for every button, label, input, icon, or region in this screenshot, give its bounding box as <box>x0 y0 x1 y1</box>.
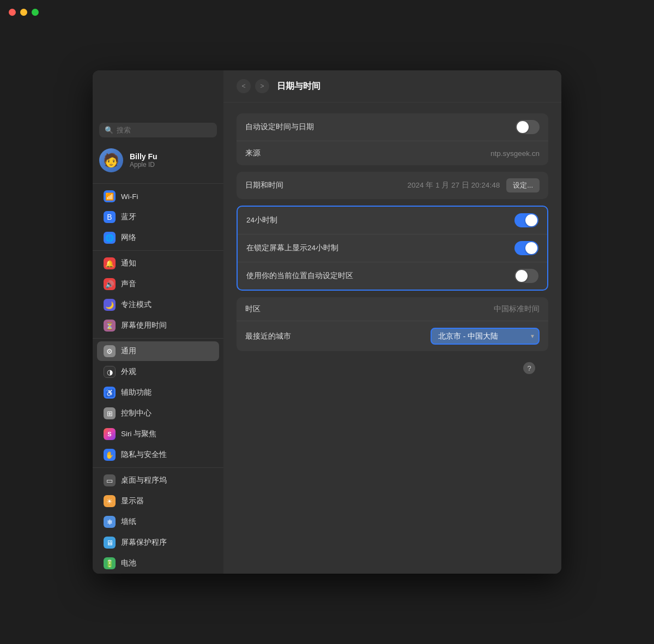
sidebar-item-battery[interactable]: 🔋 电池 <box>97 553 219 573</box>
nearest-city-label: 最接近的城市 <box>245 332 291 341</box>
sidebar-item-siri[interactable]: S Siri 与聚焦 <box>97 424 219 444</box>
set-datetime-button[interactable]: 设定... <box>506 178 540 192</box>
screen-time-icon: ⏳ <box>104 320 116 332</box>
sidebar-item-label: 隐私与安全性 <box>121 450 167 460</box>
search-bar: 🔍 <box>99 123 217 137</box>
wifi-icon: 📶 <box>104 190 116 202</box>
sidebar-item-label: 声音 <box>121 279 136 289</box>
sidebar-item-label: 控制中心 <box>121 408 152 418</box>
sidebar-item-wallpaper[interactable]: ❄ 墙纸 <box>97 512 219 532</box>
user-profile[interactable]: 🧑 Billy Fu Apple ID <box>93 144 223 177</box>
siri-icon: S <box>104 428 116 440</box>
auto-timezone-label: 使用你的当前位置自动设定时区 <box>246 271 353 281</box>
sidebar-item-label: 通知 <box>121 258 136 268</box>
timezone-label: 时区 <box>245 304 261 314</box>
auto-time-row: 自动设定时间与日期 <box>237 113 548 141</box>
sidebar-item-label: 屏幕使用时间 <box>121 321 167 330</box>
sidebar-item-label: 蓝牙 <box>121 212 136 222</box>
network-icon: 🌐 <box>104 232 116 244</box>
sidebar-item-sound[interactable]: 🔊 声音 <box>97 274 219 294</box>
sidebar-item-network[interactable]: 🌐 网络 <box>97 228 219 248</box>
main-header: < > 日期与时间 <box>223 70 561 103</box>
sidebar-item-wifi[interactable]: 📶 Wi-Fi <box>97 186 219 206</box>
sidebar-item-label: 墙纸 <box>121 517 136 527</box>
timezone-value: 中国标准时间 <box>494 304 540 314</box>
search-input[interactable] <box>117 126 211 134</box>
datetime-group: 日期和时间 2024 年 1 月 27 日 20:24:48 设定... <box>237 172 548 199</box>
sidebar-item-label: 外观 <box>121 367 136 377</box>
settings-window: 🔍 🧑 Billy Fu Apple ID 📶 Wi-Fi B 蓝牙 🌐 网络 <box>93 70 561 574</box>
sidebar-item-notify[interactable]: 🔔 通知 <box>97 254 219 273</box>
battery-icon: 🔋 <box>104 557 116 569</box>
hour24-row: 24小时制 <box>238 207 547 234</box>
lock-screen-24-row: 在锁定屏幕上显示24小时制 <box>238 234 547 262</box>
privacy-icon: ✋ <box>104 449 116 461</box>
appearance-icon: ◑ <box>104 366 116 378</box>
sidebar-item-desktop[interactable]: ▭ 桌面与程序坞 <box>97 471 219 490</box>
auto-timezone-row: 使用你的当前位置自动设定时区 <box>238 262 547 290</box>
screensaver-icon: 🖥 <box>104 537 116 549</box>
desktop-icon: ▭ <box>104 474 116 486</box>
timezone-group: 时区 中国标准时间 最接近的城市 北京市 - 中国大陆 上海 - 中国大陆 广州… <box>237 297 548 351</box>
focus-icon: 🌙 <box>104 299 116 311</box>
sidebar-item-label: 辅助功能 <box>121 388 152 398</box>
time-format-group: 24小时制 在锁定屏幕上显示24小时制 使用你的当前位置自动设定时区 <box>237 206 548 291</box>
control-icon: ⊞ <box>104 407 116 419</box>
toggle-knob <box>517 121 529 133</box>
sidebar-divider-2 <box>93 250 223 251</box>
sidebar-item-label: 专注模式 <box>121 300 152 310</box>
toggle-knob <box>525 214 537 226</box>
user-name: Billy Fu <box>130 152 158 161</box>
sidebar-item-privacy[interactable]: ✋ 隐私与安全性 <box>97 445 219 465</box>
sidebar-item-general[interactable]: ⚙ 通用 <box>97 341 219 361</box>
sidebar-item-screen-time[interactable]: ⏳ 屏幕使用时间 <box>97 316 219 335</box>
nearest-city-row: 最接近的城市 北京市 - 中国大陆 上海 - 中国大陆 广州 - 中国大陆 <box>237 321 548 351</box>
city-select-wrapper: 北京市 - 中国大陆 上海 - 中国大陆 广州 - 中国大陆 <box>431 328 540 345</box>
sidebar-divider-4 <box>93 467 223 468</box>
search-icon: 🔍 <box>105 126 113 134</box>
sidebar-item-focus[interactable]: 🌙 专注模式 <box>97 295 219 315</box>
sidebar-item-control[interactable]: ⊞ 控制中心 <box>97 404 219 423</box>
source-value: ntp.sysgeek.cn <box>491 149 540 158</box>
sidebar-item-label: 通用 <box>121 346 136 356</box>
help-area: ? <box>237 358 548 378</box>
datetime-row: 日期和时间 2024 年 1 月 27 日 20:24:48 设定... <box>237 172 548 199</box>
sidebar-item-accessibility[interactable]: ♿ 辅助功能 <box>97 383 219 402</box>
accessibility-icon: ♿ <box>104 387 116 399</box>
display-icon: ☀ <box>104 495 116 507</box>
settings-area: 自动设定时间与日期 来源 ntp.sysgeek.cn 日期和时间 2024 年… <box>223 103 561 389</box>
sidebar-item-label: Siri 与聚焦 <box>121 429 156 439</box>
auto-time-group: 自动设定时间与日期 来源 ntp.sysgeek.cn <box>237 113 548 165</box>
sidebar-item-bluetooth[interactable]: B 蓝牙 <box>97 207 219 227</box>
sidebar-item-label: Wi-Fi <box>121 192 138 201</box>
toggle-knob <box>516 270 528 282</box>
city-select[interactable]: 北京市 - 中国大陆 上海 - 中国大陆 广州 - 中国大陆 <box>431 328 540 345</box>
sidebar-divider-3 <box>93 338 223 339</box>
lock-screen-24-toggle[interactable] <box>514 241 538 255</box>
page-title: 日期与时间 <box>277 81 320 92</box>
sidebar-item-screensaver[interactable]: 🖥 屏幕保护程序 <box>97 533 219 552</box>
general-icon: ⚙ <box>104 345 116 357</box>
toggle-knob <box>525 242 537 254</box>
auto-time-toggle[interactable] <box>516 120 540 134</box>
auto-timezone-toggle[interactable] <box>514 269 538 283</box>
main-content: < > 日期与时间 自动设定时间与日期 来源 ntp.sysgeek.cn <box>223 70 561 574</box>
sidebar-item-label: 电池 <box>121 558 136 568</box>
datetime-controls: 2024 年 1 月 27 日 20:24:48 设定... <box>408 178 540 192</box>
sidebar-item-appearance[interactable]: ◑ 外观 <box>97 362 219 382</box>
nav-back-button[interactable]: < <box>237 79 251 93</box>
source-row: 来源 ntp.sysgeek.cn <box>237 141 548 165</box>
user-subtitle: Apple ID <box>130 161 158 168</box>
nav-forward-button[interactable]: > <box>255 79 269 93</box>
wallpaper-icon: ❄ <box>104 516 116 528</box>
hour24-toggle[interactable] <box>514 213 538 227</box>
sidebar-item-display[interactable]: ☀ 显示器 <box>97 491 219 511</box>
sidebar: 🔍 🧑 Billy Fu Apple ID 📶 Wi-Fi B 蓝牙 🌐 网络 <box>93 70 223 574</box>
auto-time-label: 自动设定时间与日期 <box>245 122 314 132</box>
datetime-value: 2024 年 1 月 27 日 20:24:48 <box>408 180 500 190</box>
avatar: 🧑 <box>99 148 123 172</box>
help-button[interactable]: ? <box>523 362 535 374</box>
bluetooth-icon: B <box>104 211 116 223</box>
datetime-label: 日期和时间 <box>245 180 283 190</box>
lock-screen-24-label: 在锁定屏幕上显示24小时制 <box>246 243 338 253</box>
